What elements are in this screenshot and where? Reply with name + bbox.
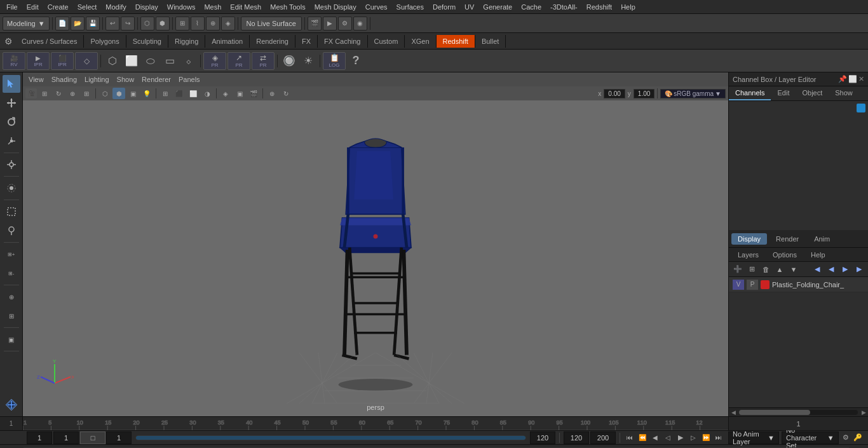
viewport[interactable]: View Shading Lighting Show Renderer Pane… xyxy=(23,72,728,416)
new-scene-button[interactable]: 📄 xyxy=(55,17,69,31)
redo-button[interactable]: ↪ xyxy=(121,17,135,31)
select-by-component-button[interactable]: ⬢ xyxy=(156,17,170,31)
display-tab-button[interactable]: Display xyxy=(731,233,767,245)
live-surface-button[interactable]: No Live Surface xyxy=(241,17,302,31)
timeline[interactable]: 1 1 5 10 15 20 25 30 35 40 45 50 55 60 6… xyxy=(0,416,868,430)
layer-visibility-button[interactable]: V xyxy=(733,280,744,290)
rs-icon-button[interactable] xyxy=(3,396,20,414)
snap-grid-button[interactable]: ⊞ xyxy=(175,17,189,31)
rs-aov-button[interactable]: ↗ PR xyxy=(227,52,250,70)
camera-roll-button[interactable]: ⊕ xyxy=(66,88,79,99)
scale-tool-button[interactable] xyxy=(3,132,20,150)
texture-button[interactable]: ▣ xyxy=(126,88,139,99)
render-button[interactable]: 🎬 xyxy=(308,17,322,31)
layers-menu-button[interactable]: Layers xyxy=(733,250,764,260)
tab-channels[interactable]: Channels xyxy=(729,86,771,100)
panel-maximize-button[interactable]: ⬜ xyxy=(848,75,857,83)
menu-curves[interactable]: Curves xyxy=(362,2,391,12)
snap-point-button[interactable]: ⊕ xyxy=(206,17,220,31)
playback-range-bar[interactable] xyxy=(135,435,526,440)
frame-range-start[interactable]: 1 xyxy=(27,431,52,444)
menu-mesh-tools[interactable]: Mesh Tools xyxy=(266,2,309,12)
gamma-selector[interactable]: 🎨 sRGB gamma ▼ xyxy=(660,89,726,98)
uv-snap-button[interactable]: ⊕ xyxy=(266,88,278,99)
tab-sculpting[interactable]: Sculpting xyxy=(126,35,168,48)
workspace-dropdown[interactable]: Modeling ▼ xyxy=(3,17,50,31)
ipr-button[interactable]: ▶ xyxy=(323,17,337,31)
poly-cylinder-button[interactable]: ⬭ xyxy=(142,52,159,70)
hud-button[interactable]: ⬛ xyxy=(173,88,186,99)
tab-animation[interactable]: Animation xyxy=(205,35,250,48)
layer-arrow-left2[interactable]: ◀ xyxy=(825,264,837,275)
rs-shader-button[interactable]: ◈ PR xyxy=(203,52,226,70)
tab-curves-surfaces[interactable]: Curves / Surfaces xyxy=(15,35,84,48)
panel-close-button[interactable]: ✕ xyxy=(858,75,864,83)
layer-arrow-right2[interactable]: ▶ xyxy=(853,264,865,275)
save-scene-button[interactable]: 💾 xyxy=(86,17,100,31)
step-back-button[interactable]: ⏪ xyxy=(637,432,648,444)
go-to-start-button[interactable]: ⏮ xyxy=(624,432,635,444)
frame-range-current[interactable]: 1 xyxy=(53,431,79,444)
lighting-menu-button[interactable]: Lighting xyxy=(83,76,111,83)
coord-x-value[interactable]: 0.00 xyxy=(604,89,625,98)
snap-curve-button[interactable]: ⌇ xyxy=(191,17,205,31)
select-tool-button[interactable] xyxy=(3,75,20,93)
render-tab-button[interactable]: Render xyxy=(770,233,805,245)
poly-plane-button[interactable]: ▭ xyxy=(161,52,179,70)
hide-manipulator-button[interactable]: ⊞- xyxy=(3,264,20,282)
tab-show[interactable]: Show xyxy=(829,86,859,100)
lighting-button[interactable]: 💡 xyxy=(140,88,153,99)
scroll-right-button[interactable]: ▶ xyxy=(859,408,868,417)
render-settings-button[interactable]: ⚙ xyxy=(338,17,352,31)
color-swatch[interactable] xyxy=(857,104,865,112)
grid-button[interactable]: ⊞ xyxy=(159,88,172,99)
poly-sphere-button[interactable]: ⬡ xyxy=(104,52,121,70)
frame-input-value[interactable]: 1 xyxy=(106,431,132,444)
universal-manipulator-button[interactable] xyxy=(3,156,20,173)
anim-options-button[interactable]: ⚙ xyxy=(841,432,851,444)
next-frame-button[interactable]: ▷ xyxy=(688,432,699,444)
tab-fx[interactable]: FX xyxy=(295,35,318,48)
menu-cache[interactable]: Cache xyxy=(517,2,545,12)
menu-3dtoall[interactable]: -3DtoAll- xyxy=(546,2,581,12)
scroll-left-button[interactable]: ◀ xyxy=(729,408,738,417)
camera-pan-button[interactable]: ⊞ xyxy=(38,88,51,99)
panel-pin-button[interactable]: 📌 xyxy=(838,75,847,83)
tab-bullet[interactable]: Bullet xyxy=(475,35,506,48)
auto-key-button[interactable]: 🔑 xyxy=(853,432,863,444)
anim-end-value[interactable]: 120 xyxy=(564,431,589,444)
lasso-select-button[interactable] xyxy=(3,203,20,221)
tab-fx-caching[interactable]: FX Caching xyxy=(318,35,367,48)
uv-view-button[interactable]: ↻ xyxy=(280,88,292,99)
layer-arrow-left[interactable]: ◀ xyxy=(811,264,824,275)
playback-end-value[interactable]: 120 xyxy=(530,431,555,444)
menu-uv[interactable]: UV xyxy=(461,2,478,12)
menu-generate[interactable]: Generate xyxy=(479,2,516,12)
rotate-tool-button[interactable] xyxy=(3,113,20,131)
tab-rigging[interactable]: Rigging xyxy=(168,35,205,48)
snap-align-button[interactable]: ⊞ xyxy=(3,307,20,325)
tab-edit[interactable]: Edit xyxy=(771,86,796,100)
view-menu-button[interactable]: View xyxy=(27,76,46,83)
menu-mesh-display[interactable]: Mesh Display xyxy=(311,2,360,12)
camera-rotate-button[interactable]: ↻ xyxy=(52,88,65,99)
snap-surface-button[interactable]: ◈ xyxy=(221,17,235,31)
menu-surfaces[interactable]: Surfaces xyxy=(393,2,428,12)
isolate-select-button[interactable]: ◈ xyxy=(219,88,232,99)
menu-help[interactable]: Help xyxy=(617,2,639,12)
shading-menu-button[interactable]: Shading xyxy=(50,76,79,83)
play-back-button[interactable]: ◁ xyxy=(662,432,674,444)
render-region-button[interactable]: ▣ xyxy=(3,330,20,348)
menu-redshift[interactable]: Redshift xyxy=(583,2,616,12)
camera-zoom-button[interactable]: ⊞ xyxy=(80,88,93,99)
tab-custom[interactable]: Custom xyxy=(368,35,405,48)
options-menu-button[interactable]: Options xyxy=(768,250,802,260)
rs-rv-button[interactable]: 🎥 RV xyxy=(3,52,25,70)
smooth-shade-button[interactable]: ⬢ xyxy=(112,88,125,99)
anim-tab-button[interactable]: Anim xyxy=(808,233,836,245)
range-end-value[interactable]: 200 xyxy=(590,431,616,444)
rs-dome-button[interactable]: 🔘 xyxy=(280,52,298,70)
tab-object[interactable]: Object xyxy=(796,86,829,100)
tab-polygons[interactable]: Polygons xyxy=(84,35,126,48)
rs-help-button[interactable]: ? xyxy=(347,52,365,70)
